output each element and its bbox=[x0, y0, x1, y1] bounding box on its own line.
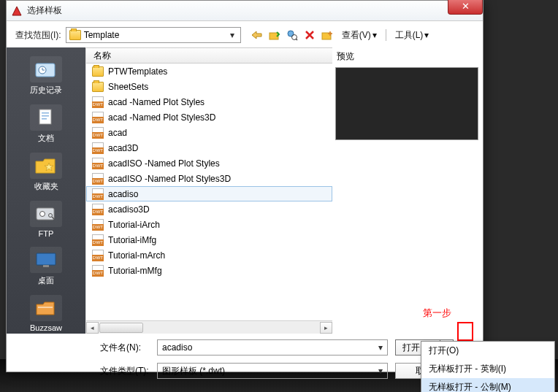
file-name: acad3D bbox=[108, 143, 138, 153]
desktop-icon bbox=[30, 247, 62, 273]
scroll-right-button[interactable]: ▸ bbox=[320, 322, 332, 334]
file-row[interactable]: Tutorial-mArch bbox=[86, 247, 332, 263]
chevron-down-icon: ▾ bbox=[227, 30, 237, 40]
file-row[interactable]: acad -Named Plot Styles3D bbox=[86, 109, 332, 125]
file-list: PTWTemplatesSheetSetsacad -Named Plot St… bbox=[86, 64, 332, 320]
favorites-icon bbox=[30, 153, 62, 179]
file-row[interactable]: SheetSets bbox=[86, 79, 332, 94]
svg-rect-8 bbox=[42, 112, 49, 114]
places-sidebar: 历史记录 文档 收藏夹 FTP 桌面 Buzzsaw bbox=[7, 47, 85, 334]
file-row[interactable]: Tutorial-iArch bbox=[86, 217, 332, 232]
documents-icon bbox=[30, 104, 62, 131]
dwt-file-icon bbox=[92, 250, 104, 261]
file-name: PTWTemplates bbox=[108, 66, 167, 77]
ftp-icon bbox=[30, 201, 62, 227]
folder-icon bbox=[69, 30, 81, 40]
horizontal-scrollbar[interactable]: ◂ ▸ bbox=[86, 320, 332, 334]
file-name: acad bbox=[108, 128, 127, 138]
svg-rect-7 bbox=[39, 109, 51, 124]
file-row[interactable]: acad3D bbox=[86, 140, 332, 155]
sidebar-item-history[interactable]: 历史记录 bbox=[12, 53, 80, 99]
preview-label: 预览 bbox=[337, 50, 477, 63]
file-row[interactable]: acad bbox=[86, 125, 332, 140]
new-folder-icon[interactable] bbox=[320, 28, 335, 42]
view-menu[interactable]: 查看(V)▾ bbox=[339, 28, 380, 43]
dwt-file-icon bbox=[92, 204, 104, 215]
sidebar-item-documents[interactable]: 文档 bbox=[12, 101, 80, 147]
chevron-down-icon: ▾ bbox=[378, 342, 383, 353]
file-row[interactable]: Tutorial-iMfg bbox=[86, 232, 332, 247]
file-row[interactable]: PTWTemplates bbox=[86, 64, 332, 79]
filetype-label: 文件类型(T): bbox=[100, 365, 150, 377]
filetype-combo[interactable]: 图形样板 (*.dwt) ▾ bbox=[157, 363, 388, 379]
dwt-file-icon bbox=[92, 112, 104, 123]
dwt-file-icon bbox=[92, 127, 104, 139]
file-name: SheetSets bbox=[108, 82, 148, 92]
buzzsaw-icon bbox=[30, 295, 62, 321]
titlebar: 选择样板 ✕ bbox=[7, 1, 483, 21]
select-template-dialog: 选择样板 ✕ 查找范围(I): Template ▾ 查看(V)▾ 工具(L)▾… bbox=[6, 0, 484, 372]
open-dropdown-menu: 打开(O) 无样板打开 - 英制(I) 无样板打开 - 公制(M) bbox=[421, 341, 555, 392]
file-name: Tutorial-iMfg bbox=[108, 235, 156, 245]
svg-rect-16 bbox=[43, 265, 49, 267]
dd-item-no-template-metric[interactable]: 无样板打开 - 公制(M) bbox=[421, 378, 554, 392]
history-icon bbox=[30, 56, 62, 82]
file-name: acadiso3D bbox=[108, 204, 150, 215]
dd-item-no-template-imperial[interactable]: 无样板打开 - 英制(I) bbox=[421, 360, 554, 378]
sidebar-item-ftp[interactable]: FTP bbox=[12, 198, 80, 241]
up-folder-icon[interactable] bbox=[267, 28, 282, 42]
close-button[interactable]: ✕ bbox=[448, 0, 483, 15]
sidebar-item-favorites[interactable]: 收藏夹 bbox=[12, 150, 80, 195]
file-name: Tutorial-mMfg bbox=[108, 266, 162, 276]
svg-rect-10 bbox=[42, 118, 47, 120]
folder-icon bbox=[92, 82, 104, 92]
dwt-file-icon bbox=[92, 219, 104, 231]
file-row[interactable]: Tutorial-mMfg bbox=[86, 263, 332, 278]
search-web-icon[interactable] bbox=[285, 28, 299, 42]
tools-menu[interactable]: 工具(L)▾ bbox=[392, 28, 432, 43]
separator bbox=[386, 29, 386, 41]
file-name: Tutorial-iArch bbox=[108, 220, 160, 230]
sidebar-item-buzzsaw[interactable]: Buzzsaw bbox=[12, 292, 80, 335]
dwt-file-icon bbox=[92, 142, 104, 154]
scroll-thumb[interactable] bbox=[99, 323, 143, 333]
file-row[interactable]: acadiso bbox=[86, 186, 332, 201]
folder-icon bbox=[92, 66, 104, 77]
svg-rect-15 bbox=[37, 253, 56, 265]
filename-label: 文件名(N): bbox=[100, 342, 150, 354]
dialog-title: 选择样板 bbox=[27, 4, 62, 17]
dwt-file-icon bbox=[92, 96, 104, 108]
scroll-track[interactable] bbox=[99, 322, 320, 334]
scope-value: Template bbox=[84, 30, 120, 40]
column-header-name[interactable]: 名称 bbox=[86, 47, 332, 64]
dwt-file-icon bbox=[92, 234, 104, 246]
file-name: acadiso bbox=[108, 189, 138, 199]
dwt-file-icon bbox=[92, 265, 104, 277]
scope-label: 查找范围(I): bbox=[15, 29, 61, 42]
filename-input[interactable]: acadiso ▾ bbox=[157, 339, 388, 356]
file-row[interactable]: acadISO -Named Plot Styles3D bbox=[86, 171, 332, 186]
delete-icon[interactable] bbox=[302, 28, 317, 42]
toolbar: 查找范围(I): Template ▾ 查看(V)▾ 工具(L)▾ bbox=[7, 21, 483, 47]
dwt-file-icon bbox=[92, 158, 104, 169]
file-name: acad -Named Plot Styles bbox=[108, 97, 205, 107]
chevron-down-icon: ▾ bbox=[378, 366, 383, 376]
dwt-file-icon bbox=[92, 173, 104, 185]
svg-line-3 bbox=[296, 39, 297, 40]
dd-item-open[interactable]: 打开(O) bbox=[421, 342, 554, 360]
preview-box bbox=[335, 67, 478, 140]
file-row[interactable]: acadiso3D bbox=[86, 201, 332, 217]
file-row[interactable]: acad -Named Plot Styles bbox=[86, 94, 332, 109]
back-icon[interactable] bbox=[250, 28, 264, 42]
file-name: acadISO -Named Plot Styles3D bbox=[108, 174, 231, 184]
file-name: acadISO -Named Plot Styles bbox=[108, 158, 220, 169]
file-row[interactable]: acadISO -Named Plot Styles bbox=[86, 155, 332, 171]
file-name: acad -Named Plot Styles3D bbox=[108, 112, 215, 123]
dwt-file-icon bbox=[92, 188, 104, 200]
scope-combo[interactable]: Template ▾ bbox=[66, 27, 241, 43]
scroll-left-button[interactable]: ◂ bbox=[86, 322, 99, 334]
svg-point-12 bbox=[40, 212, 45, 217]
sidebar-item-desktop[interactable]: 桌面 bbox=[12, 244, 80, 289]
svg-rect-9 bbox=[42, 115, 49, 117]
app-icon bbox=[11, 5, 23, 17]
